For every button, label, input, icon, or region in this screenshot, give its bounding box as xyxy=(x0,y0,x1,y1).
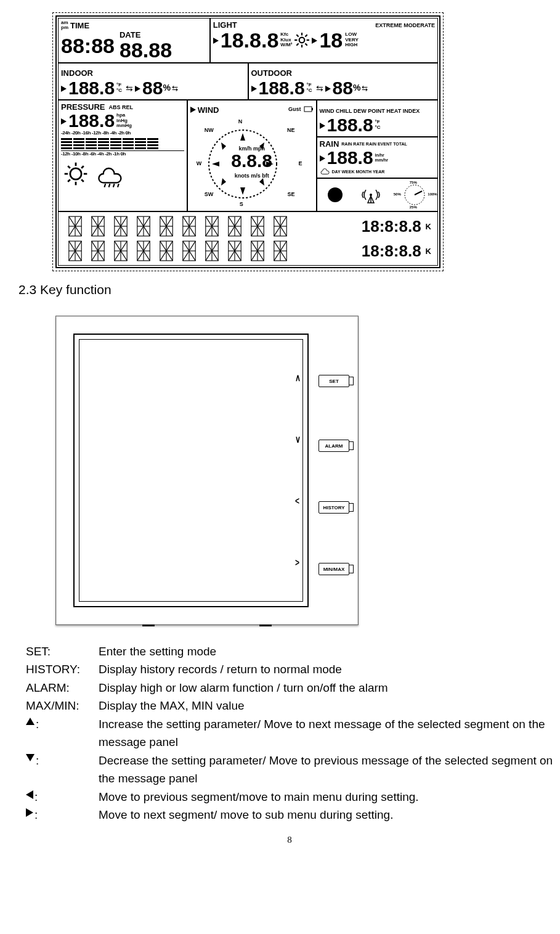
key-desc: Move to previous segment/move to main me… xyxy=(99,788,560,806)
msg-time-1: 18:8:8.8 xyxy=(362,217,421,236)
svg-line-6 xyxy=(306,43,307,45)
svg-line-5 xyxy=(297,35,299,36)
alpha-segment-icon xyxy=(270,240,291,261)
alpha-segment-icon xyxy=(201,240,222,261)
alpha-segment-icon xyxy=(156,216,177,237)
alpha-segment-icon xyxy=(201,216,222,237)
key-name: MAX/MIN: xyxy=(26,697,99,715)
key-row: SET: Enter the setting mode xyxy=(26,642,560,660)
uv-value: 18 xyxy=(319,30,343,51)
moon-phase-icon xyxy=(327,186,344,203)
uv-levels: LOW VERY HIGH xyxy=(345,32,359,48)
key-icon-right: : xyxy=(26,806,99,824)
triangle-down-icon xyxy=(26,754,34,761)
alpha-segment-icon xyxy=(270,216,291,237)
alpha-segment-icon xyxy=(87,216,108,237)
triangle-left-icon xyxy=(26,790,33,799)
key-desc: Display history records / return to norm… xyxy=(99,660,560,678)
alpha-segment-icon xyxy=(179,216,200,237)
trend-arrow-icon xyxy=(61,81,68,95)
trend-arrow-icon xyxy=(325,81,333,95)
time-label: TIME xyxy=(70,21,89,30)
rain-period: DAY WEEK MONTH YEAR xyxy=(332,170,385,174)
svg-line-14 xyxy=(68,166,70,168)
message-row-1: 18:8:8.8 K xyxy=(61,214,435,239)
svg-line-15 xyxy=(81,179,84,182)
indoor-temp-value: 188.8 xyxy=(68,79,115,97)
uv-sun-icon xyxy=(294,32,310,48)
alpha-segment-icon xyxy=(110,240,131,261)
set-side-button: SET xyxy=(319,375,349,387)
svg-line-8 xyxy=(306,35,307,36)
msg-time-2: 18:8:8.8 xyxy=(362,242,421,261)
rainy-forecast-icon xyxy=(95,160,129,187)
comfort-icon: ⇆ xyxy=(172,84,178,92)
time-value: 88:88 xyxy=(61,35,115,56)
alpha-segment-icon xyxy=(224,216,245,237)
comfort-icon: ⇆ xyxy=(126,83,133,93)
outdoor-label: OUTDOOR xyxy=(251,68,292,78)
wind-label: WIND xyxy=(198,105,219,115)
key-icon-up: : xyxy=(26,715,99,752)
key-function-list: SET: Enter the setting mode HISTORY: Dis… xyxy=(26,642,560,824)
alpha-segment-icon xyxy=(247,240,268,261)
rf-signal-icon xyxy=(360,184,384,205)
ampm-pm: pm xyxy=(61,25,68,30)
message-row-2: 18:8:8.8 K xyxy=(61,239,435,263)
light-units: Kfc Klux W/M² xyxy=(280,32,292,48)
alpha-segment-icon xyxy=(133,216,154,237)
key-desc: Display the MAX, MIN value xyxy=(99,697,560,715)
section-heading: 2.3 Key function xyxy=(18,282,560,297)
svg-rect-22 xyxy=(304,107,312,112)
key-desc: Move to next segment/ move to sub menu d… xyxy=(99,806,560,824)
indoor-hum-value: 88 xyxy=(142,79,163,97)
extreme-moderate: EXTREME MODERATE xyxy=(375,22,435,28)
key-icon-down: : xyxy=(26,752,99,788)
key-name: SET: xyxy=(26,642,99,660)
key-row: HISTORY: Display history records / retur… xyxy=(26,660,560,678)
minmax-side-button: MIN/MAX xyxy=(319,563,349,575)
pressure-value: 188.8 xyxy=(68,112,115,130)
key-desc: Decrease the setting parameter/ Move to … xyxy=(99,752,560,788)
trend-arrow-icon xyxy=(61,114,68,128)
pressure-history-bars xyxy=(61,137,184,149)
outdoor-temp-value: 188.8 xyxy=(259,79,305,97)
indoor-label: INDOOR xyxy=(61,68,93,78)
humidity-dial-icon: 75% 50% 100% 25% xyxy=(401,182,428,207)
trend-arrow-icon xyxy=(312,33,319,47)
sunny-forecast-icon xyxy=(61,160,91,187)
key-icon-left: : xyxy=(26,788,99,806)
key-desc: Increase the setting parameter/ Move to … xyxy=(99,715,560,752)
svg-point-9 xyxy=(70,168,81,179)
svg-line-7 xyxy=(297,43,299,45)
svg-line-16 xyxy=(68,179,70,182)
key-name: ALARM: xyxy=(26,679,99,697)
gust-label: Gust xyxy=(288,106,301,112)
chill-value: 188.8 xyxy=(327,116,373,134)
rain-cloud-icon xyxy=(320,167,331,176)
lcd-full-segment-diagram: am pm TIME 88:88 DATE 88.88 LIGHT xyxy=(52,12,444,271)
alpha-segment-icon xyxy=(65,240,86,261)
left-arrow-icon: < xyxy=(295,496,304,507)
key-row: : Move to next segment/ move to sub menu… xyxy=(26,806,560,824)
wind-speed-value: 8.8.8 xyxy=(190,152,314,170)
alpha-segment-icon xyxy=(179,240,200,261)
pressure-mode: ABS REL xyxy=(109,104,134,110)
key-row: : Increase the setting parameter/ Move t… xyxy=(26,715,560,752)
history-side-button: HISTORY xyxy=(319,501,349,514)
trend-arrow-icon xyxy=(213,33,221,47)
date-value: 88.88 xyxy=(120,39,207,60)
device-console-diagram: ∧ ∨ < > SET ALARM HISTORY MIN/MAX xyxy=(55,316,359,625)
alpha-segment-icon xyxy=(247,216,268,237)
right-arrow-icon: > xyxy=(295,557,304,568)
up-arrow-icon: ∧ xyxy=(295,372,304,383)
pressure-units: hpa inHg mmHg xyxy=(116,113,132,129)
chill-label: WIND CHILL DEW POINT HEAT INDEX xyxy=(320,108,420,114)
outdoor-temp-units: °F °C xyxy=(307,83,312,94)
bar-scale-top: -24h -20h -16h -12h -8h -4h -2h 0h xyxy=(61,130,184,136)
svg-line-17 xyxy=(81,166,84,168)
trend-arrow-icon xyxy=(320,151,327,165)
svg-rect-23 xyxy=(312,108,313,110)
down-arrow-icon: ∨ xyxy=(295,434,304,445)
trend-arrow-icon xyxy=(320,118,327,132)
